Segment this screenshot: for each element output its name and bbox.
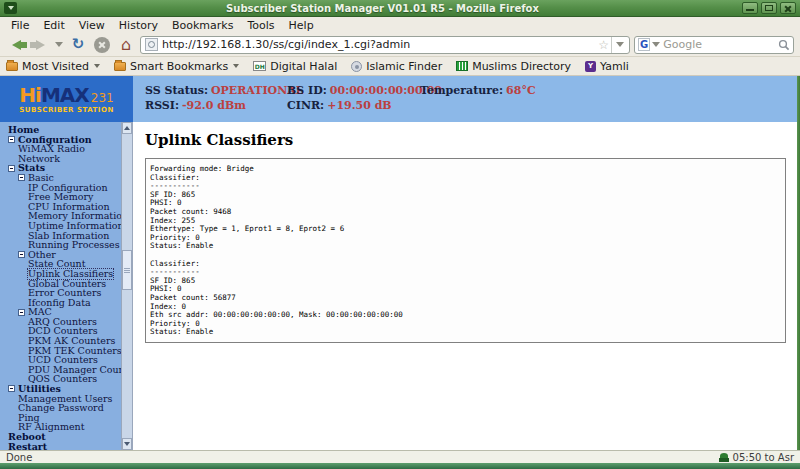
scroll-down-button[interactable]	[122, 438, 132, 450]
page-body: HomeConfigurationWiMAX RadioNetworkStats…	[0, 122, 800, 450]
nav-toolbar: ↻ ⌂ ☆ G	[0, 33, 800, 57]
stat-ss-status: SS Status:OPERATIONAL	[145, 84, 287, 99]
search-engine-dropdown-icon[interactable]	[652, 42, 660, 47]
window-title: Subscriber Station Manager V01.01 R5 - M…	[23, 3, 742, 14]
bookmark-label: Smart Bookmarks	[130, 60, 228, 73]
collapse-icon[interactable]	[18, 309, 25, 316]
menu-bookmarks[interactable]: Bookmarks	[165, 18, 240, 33]
url-dropdown-button[interactable]	[611, 37, 627, 53]
magnifier-icon[interactable]	[778, 39, 790, 51]
site-favicon	[145, 38, 158, 51]
search-bar[interactable]: G	[634, 36, 794, 54]
menu-view[interactable]: View	[72, 18, 112, 33]
menu-edit[interactable]: Edit	[36, 18, 71, 33]
chevron-down-icon	[94, 64, 100, 68]
stat-label: Temperature:	[420, 84, 503, 97]
menu-bar: FileEditViewHistoryBookmarksToolsHelp	[0, 17, 800, 33]
prayer-countdown: 05:50 to Asr	[733, 452, 794, 463]
classifier-output-box: Forwarding mode: Bridge Classifier: ----…	[145, 158, 786, 343]
device-stats: SS Status:OPERATIONALBS ID:00:00:00:00:0…	[133, 76, 800, 122]
chevron-down-icon	[233, 64, 239, 68]
bookmark-label: Most Visited	[22, 60, 89, 73]
stop-button[interactable]	[92, 35, 112, 55]
scroll-up-button[interactable]	[122, 122, 132, 134]
menu-history[interactable]: History	[112, 18, 165, 33]
title-bar[interactable]: Subscriber Station Manager V01.01 R5 - M…	[0, 0, 800, 17]
close-button[interactable]	[780, 2, 796, 14]
bookmark-label: Islamic Finder	[366, 60, 442, 73]
chevron-down-icon	[55, 42, 63, 47]
reload-icon: ↻	[72, 37, 85, 52]
url-input[interactable]	[162, 38, 596, 51]
bars-icon	[456, 61, 468, 71]
bookmark-digital-halal[interactable]: DHDigital Halal	[253, 60, 337, 73]
history-dropdown-button[interactable]	[54, 35, 64, 55]
stat-label: CINR:	[287, 99, 324, 112]
collapse-icon[interactable]	[8, 136, 15, 143]
reload-button[interactable]: ↻	[68, 35, 88, 55]
main-content: Uplink Classifiers Forwarding mode: Brid…	[133, 122, 800, 450]
folder-icon	[114, 62, 126, 71]
mosque-icon	[719, 453, 729, 462]
back-button[interactable]	[6, 35, 26, 55]
stat-temperature: Temperature:68°C	[420, 84, 800, 99]
bookmark-star-icon[interactable]: ☆	[598, 38, 609, 52]
arrow-up-icon	[124, 126, 130, 130]
sidebar-item-ifconfig-data[interactable]: Ifconfig Data	[0, 298, 121, 308]
stat-label: RSSI:	[145, 99, 179, 112]
page-viewport: HiMAX231 SUBSCRIBER STATION SS Status:OP…	[0, 76, 800, 450]
bookmark-yamli[interactable]: YYamli	[585, 60, 629, 73]
arrow-down-icon	[124, 442, 130, 446]
bookmark-most-visited[interactable]: Most Visited	[6, 60, 100, 73]
collapse-icon[interactable]	[18, 174, 25, 181]
home-button[interactable]: ⌂	[116, 35, 136, 55]
search-input[interactable]	[663, 38, 778, 51]
dh-icon: DH	[253, 61, 266, 71]
stat-label: BS ID:	[287, 84, 327, 97]
chevron-down-icon	[616, 42, 624, 47]
menu-file[interactable]: File	[4, 18, 36, 33]
sidebar-item-running-processes[interactable]: Running Processes	[0, 240, 121, 250]
sidebar-item-stats[interactable]: Stats	[0, 163, 121, 173]
globe-icon	[351, 61, 362, 72]
maximize-button[interactable]	[761, 2, 777, 14]
status-bar: Done 05:50 to Asr	[0, 450, 800, 463]
device-header: HiMAX231 SUBSCRIBER STATION SS Status:OP…	[0, 76, 800, 122]
status-text: Done	[6, 452, 719, 463]
folder-icon	[6, 62, 18, 71]
menu-tools[interactable]: Tools	[240, 18, 281, 33]
forward-button[interactable]	[30, 35, 50, 55]
bookmark-muslims-directory[interactable]: Muslims Directory	[456, 60, 571, 73]
menu-help[interactable]: Help	[282, 18, 321, 33]
url-bar[interactable]: ☆	[140, 36, 630, 54]
sidebar-scrollbar[interactable]	[121, 122, 133, 450]
classifier-output-text: Forwarding mode: Bridge Classifier: ----…	[150, 165, 781, 337]
minimize-button[interactable]	[742, 2, 758, 14]
yamli-icon: Y	[585, 61, 596, 72]
logo-model: 231	[91, 92, 114, 104]
sidebar-item-restart[interactable]: Restart	[0, 442, 121, 450]
stat-cinr: CINR:+19.50 dB	[287, 99, 420, 114]
browser-window: Subscriber Station Manager V01.01 R5 - M…	[0, 0, 800, 469]
himax-logo: HiMAX231 SUBSCRIBER STATION	[0, 76, 133, 122]
stat-bs-id: BS ID:00:00:00:00:00:00	[287, 84, 420, 99]
prayer-times-widget[interactable]: 05:50 to Asr	[719, 452, 794, 463]
forward-icon	[36, 40, 45, 50]
stat-rssi: RSSI:-92.0 dBm	[145, 99, 287, 114]
bookmark-label: Muslims Directory	[472, 60, 571, 73]
logo-hi: Hi	[19, 85, 41, 105]
scrollbar-thumb[interactable]	[122, 250, 132, 290]
collapse-icon[interactable]	[18, 251, 25, 258]
bookmark-smart-bookmarks[interactable]: Smart Bookmarks	[114, 60, 239, 73]
bookmark-label: Yamli	[600, 60, 629, 73]
back-icon	[12, 40, 21, 50]
page-title: Uplink Classifiers	[145, 131, 786, 149]
collapse-icon[interactable]	[8, 385, 15, 392]
home-icon: ⌂	[121, 37, 131, 53]
window-menu-icon[interactable]	[4, 2, 17, 14]
collapse-icon[interactable]	[8, 165, 15, 172]
desktop-panel-edge	[0, 463, 800, 469]
bookmark-islamic-finder[interactable]: Islamic Finder	[351, 60, 442, 73]
stop-icon	[94, 37, 110, 53]
search-engine-icon[interactable]: G	[638, 38, 650, 51]
